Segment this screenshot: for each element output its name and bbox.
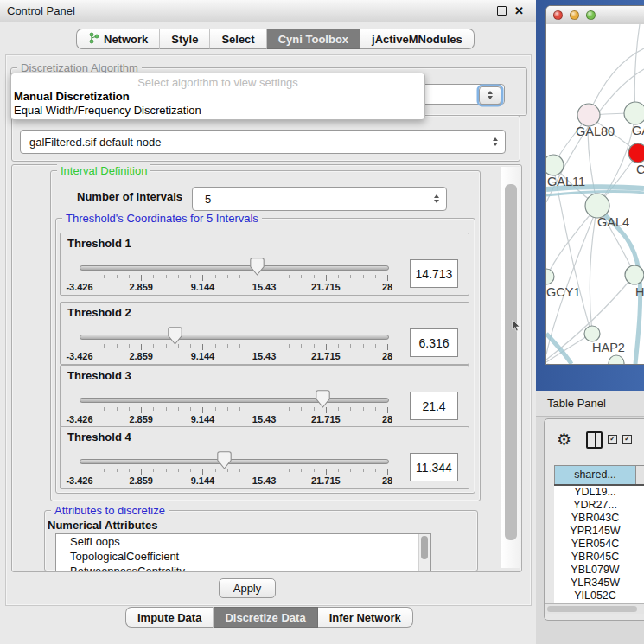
- tick-mark: [375, 275, 376, 278]
- tab-impute-data[interactable]: Impute Data: [125, 607, 214, 628]
- close-window-icon[interactable]: [553, 10, 563, 20]
- apply-button[interactable]: Apply: [219, 578, 276, 598]
- network-node-label: HAP2: [592, 341, 625, 354]
- network-node-gal80[interactable]: [577, 104, 600, 126]
- table-data-combobox[interactable]: galFiltered.sif default node: [20, 130, 506, 154]
- threshold-slider[interactable]: -3.4262.8599.14415.4321.71528: [61, 450, 406, 488]
- tab-jactivemnodules[interactable]: jActiveMNodules: [360, 29, 475, 49]
- zoom-window-icon[interactable]: [586, 10, 596, 20]
- threshold-value-field[interactable]: 14.713: [410, 259, 458, 288]
- network-node-c[interactable]: [628, 143, 644, 163]
- network-node-label: H: [635, 285, 644, 299]
- tick-mark: [289, 469, 290, 472]
- threshold-value-field[interactable]: 11.344: [410, 453, 458, 481]
- table-row[interactable]: YDL19...YDL1: [554, 486, 644, 499]
- tick-mark: [265, 344, 265, 350]
- tab-label: Infer Network: [329, 611, 401, 624]
- tick-mark: [141, 275, 142, 281]
- table-row[interactable]: YBR045CYBR0: [554, 551, 644, 564]
- network-node-ga[interactable]: [624, 102, 644, 124]
- tab-style[interactable]: Style: [160, 29, 210, 49]
- tick-mark: [301, 407, 302, 411]
- attribute-item-topologicalcoefficient[interactable]: TopologicalCoefficient: [56, 549, 430, 564]
- network-node-gal4[interactable]: [585, 194, 609, 218]
- table-row[interactable]: YBR043CYBR0: [554, 512, 644, 525]
- number-of-intervals-combobox[interactable]: 5: [192, 187, 447, 211]
- attribute-item-selfloops[interactable]: SelfLoops: [56, 534, 430, 549]
- tick-mark: [301, 469, 302, 472]
- table-row[interactable]: YER054CYER0: [554, 538, 644, 551]
- table-row[interactable]: YBL079WYBL0: [554, 564, 644, 577]
- threshold-slider[interactable]: -3.4262.8599.14415.4321.71528: [61, 256, 406, 294]
- threshold-value-text: 11.344: [416, 461, 452, 475]
- table-horizontal-scrollbar[interactable]: [545, 603, 644, 614]
- slider-thumb[interactable]: [316, 390, 330, 408]
- algorithm-option-manual-discretization[interactable]: Manual Discretization: [11, 90, 424, 104]
- tick-mark: [387, 469, 388, 475]
- attribute-item-betweennesscentrality[interactable]: BetweennessCentrality: [56, 564, 430, 571]
- network-node-gcy1[interactable]: [546, 269, 554, 284]
- algorithm-option-equal-width-frequency-discretization[interactable]: Equal Width/Frequency Discretization: [11, 104, 424, 118]
- table-cell: YBL0: [636, 564, 644, 577]
- float-panel-icon[interactable]: [497, 6, 507, 16]
- threshold-slider[interactable]: -3.4262.8599.14415.4321.71528: [61, 325, 406, 363]
- settings-scrollbar[interactable]: [501, 167, 521, 568]
- network-canvas[interactable]: GAL80GACGAL11GAL4GCY1HHAP2: [546, 24, 644, 364]
- attributes-scrollbar-thumb[interactable]: [421, 536, 428, 559]
- tab-network[interactable]: Network: [76, 29, 160, 49]
- network-node-label: GAL4: [597, 215, 629, 229]
- network-edge[interactable]: [634, 24, 640, 113]
- numerical-attributes-list[interactable]: SelfLoopsTopologicalCoefficientBetweenne…: [55, 533, 431, 571]
- threshold-slider[interactable]: -3.4262.8599.14415.4321.71528: [61, 388, 406, 426]
- algorithm-combobox-stepper[interactable]: [479, 86, 501, 105]
- node-table[interactable]: shared...na YDL19...YDL1YDR27...YDR2YBR0…: [554, 465, 644, 603]
- threshold-value-field[interactable]: 21.4: [410, 392, 458, 420]
- tick-mark: [265, 407, 265, 413]
- network-node-gal11[interactable]: [546, 155, 564, 175]
- network-node[interactable]: [609, 355, 624, 364]
- network-edge[interactable]: [553, 166, 591, 333]
- tick-mark: [117, 344, 118, 348]
- network-edge[interactable]: [547, 363, 615, 364]
- threshold-coordinates-label: Threshold's Coordinates for 5 Intervals: [62, 212, 262, 225]
- tick-mark: [178, 469, 179, 472]
- interval-definition-label: Interval Definition: [57, 164, 150, 177]
- tick-mark: [202, 469, 203, 475]
- table-row[interactable]: YDR27...YDR2: [554, 499, 644, 512]
- table-header-cell[interactable]: na: [636, 466, 644, 484]
- tick-mark: [80, 275, 80, 281]
- table-header-cell[interactable]: shared...: [554, 466, 636, 484]
- split-columns-icon[interactable]: [586, 431, 603, 449]
- network-edge[interactable]: [590, 206, 597, 333]
- slider-thumb[interactable]: [250, 258, 265, 276]
- table-panel-title: Table Panel: [547, 397, 606, 410]
- table-data-stepper[interactable]: [489, 131, 501, 153]
- minimize-window-icon[interactable]: [570, 10, 579, 20]
- checkbox-checked-icon[interactable]: ✓: [608, 435, 617, 444]
- tab-cyni-toolbox[interactable]: Cyni Toolbox: [267, 29, 360, 49]
- network-node-hap2[interactable]: [584, 326, 600, 341]
- attributes-list-scrollbar[interactable]: [418, 534, 430, 571]
- table-header-row: shared...na: [554, 465, 644, 486]
- threshold-value-field[interactable]: 6.316: [410, 328, 458, 357]
- checkbox-checked-icon[interactable]: ✓: [622, 435, 632, 444]
- tick-mark: [227, 275, 228, 278]
- table-row[interactable]: YLR345WYLR3: [554, 577, 644, 590]
- gear-icon[interactable]: ⚙: [557, 430, 571, 450]
- settings-scrollbar-thumb[interactable]: [505, 184, 517, 540]
- tab-select[interactable]: Select: [210, 29, 266, 49]
- tab-infer-network[interactable]: Infer Network: [318, 607, 413, 628]
- close-panel-icon[interactable]: ✕: [514, 5, 524, 16]
- tick-mark: [301, 275, 302, 278]
- network-node-h[interactable]: [625, 265, 644, 284]
- table-hscrollbar-thumb[interactable]: [547, 606, 637, 612]
- slider-thumb[interactable]: [168, 327, 182, 345]
- tick-label: 2.859: [113, 351, 169, 361]
- network-edge[interactable]: [547, 206, 597, 276]
- slider-thumb[interactable]: [217, 451, 232, 469]
- table-row[interactable]: YPR145WYPR1: [554, 525, 644, 538]
- table-row[interactable]: YIL052CYIL0: [554, 590, 644, 603]
- tab-discretize-data[interactable]: Discretize Data: [214, 607, 317, 628]
- tick-mark: [215, 469, 216, 472]
- intervals-stepper[interactable]: [430, 188, 443, 210]
